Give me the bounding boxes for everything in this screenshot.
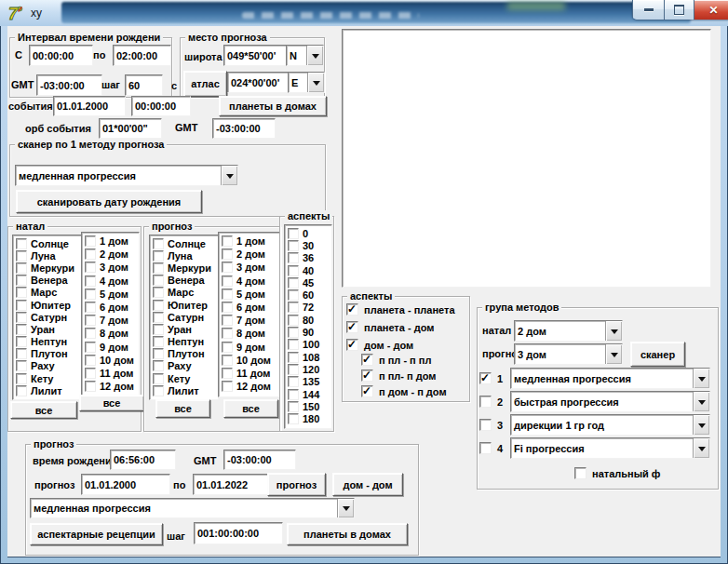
house-list-item[interactable]: 12 дом <box>222 380 280 393</box>
house-list-item[interactable]: 7 дом <box>85 314 139 327</box>
checkbox-icon[interactable] <box>222 235 233 247</box>
results-listbox[interactable] <box>342 29 711 288</box>
latitude-input[interactable]: 049*50'00' <box>223 45 290 66</box>
checkbox-icon[interactable] <box>85 302 96 313</box>
house-list-item[interactable]: 8 дом <box>222 327 280 340</box>
checkbox-icon[interactable] <box>346 303 358 316</box>
atlas-button[interactable]: атлас <box>183 71 227 97</box>
checkbox-icon[interactable] <box>16 348 27 359</box>
forecast-step-input[interactable]: 001:00:00:00 <box>194 522 283 544</box>
planet-list-item[interactable]: Луна <box>16 249 81 262</box>
checkbox-icon[interactable] <box>222 289 233 300</box>
aspect-list-item[interactable]: 72 <box>288 302 331 314</box>
checkbox-icon[interactable] <box>288 277 299 289</box>
checkbox-icon[interactable] <box>16 287 27 298</box>
house-list-item[interactable]: 10 дом <box>85 354 139 367</box>
planet-list-item[interactable]: Юпитер <box>16 299 81 311</box>
aspect-flag-row[interactable]: п пл- п дом <box>361 369 447 382</box>
chevron-down-icon[interactable] <box>337 499 354 517</box>
aspect-list-item[interactable]: 30 <box>288 239 331 251</box>
natal-f-row[interactable]: натальный ф <box>574 467 661 479</box>
aspect-list-item[interactable]: 60 <box>288 289 331 301</box>
house-list-item[interactable]: 7 дом <box>222 314 280 327</box>
checkbox-icon[interactable] <box>85 342 96 353</box>
planet-list-item[interactable]: Марс <box>153 287 218 299</box>
maximize-button[interactable] <box>665 0 694 20</box>
natal-planets-list[interactable]: СолнцеЛунаМеркуриВенераМарсЮпитерСатурнУ… <box>12 235 82 400</box>
checkbox-icon[interactable] <box>16 373 27 384</box>
planet-list-item[interactable]: Раху <box>16 360 81 372</box>
planet-list-item[interactable]: Солнце <box>153 237 218 249</box>
checkbox-icon[interactable] <box>361 369 373 382</box>
method-combo[interactable]: быстрая прогрессия <box>510 391 710 412</box>
planets-in-houses-button[interactable]: планеты в домах <box>219 96 327 116</box>
planet-list-item[interactable]: Юпитер <box>153 299 218 311</box>
checkbox-icon[interactable] <box>16 238 27 249</box>
house-list-item[interactable]: 12 дом <box>85 380 139 393</box>
checkbox-icon[interactable] <box>16 250 27 262</box>
checkbox-icon[interactable] <box>85 275 96 287</box>
chevron-down-icon[interactable] <box>307 73 324 92</box>
aspect-receptions-button[interactable]: аспектарные рецепции <box>30 523 163 545</box>
checkbox-icon[interactable] <box>153 385 164 396</box>
titlebar[interactable]: 7 xy ✕ <box>0 0 728 26</box>
checkbox-icon[interactable] <box>153 287 164 298</box>
range-from-input[interactable]: 01.01.2000 <box>81 474 170 495</box>
checkbox-icon[interactable] <box>479 396 492 408</box>
checkbox-icon[interactable] <box>288 339 299 350</box>
checkbox-icon[interactable] <box>288 389 299 400</box>
planet-list-item[interactable]: Луна <box>153 249 218 262</box>
chevron-down-icon[interactable] <box>306 46 323 65</box>
planet-list-item[interactable]: Плутон <box>16 348 81 360</box>
house-list-item[interactable]: 4 дом <box>222 275 280 288</box>
house-list-item[interactable]: 11 дом <box>85 367 139 380</box>
natal-houses-all-button[interactable]: все <box>79 395 144 411</box>
checkbox-icon[interactable] <box>16 324 27 335</box>
checkbox-icon[interactable] <box>361 354 373 366</box>
aspect-flag-row[interactable]: дом - дом <box>346 339 466 351</box>
checkbox-icon[interactable] <box>222 275 233 287</box>
checkbox-icon[interactable] <box>153 262 164 274</box>
checkbox-icon[interactable] <box>479 372 492 384</box>
checkbox-icon[interactable] <box>85 289 96 300</box>
checkbox-icon[interactable] <box>288 364 299 375</box>
planet-list-item[interactable]: Нептун <box>153 336 218 348</box>
prognoz-houses-all-button[interactable]: все <box>223 399 278 418</box>
planet-list-item[interactable]: Марс <box>16 287 81 299</box>
event-gmt-input[interactable]: -03:00:00 <box>212 118 276 139</box>
aspect-list-item[interactable]: 80 <box>288 314 331 326</box>
checkbox-icon[interactable] <box>85 328 96 339</box>
aspects-list[interactable]: 03036404560728090100108120135144150180 <box>284 224 332 429</box>
chevron-down-icon[interactable] <box>693 369 709 388</box>
house-list-item[interactable]: 4 дом <box>85 275 139 288</box>
aspect-flag-row[interactable]: планета - дом <box>346 321 466 333</box>
aspect-list-item[interactable]: 144 <box>288 388 331 400</box>
birth-from-input[interactable]: 00:00:00 <box>29 45 93 66</box>
aspect-list-item[interactable]: 45 <box>288 276 331 289</box>
house-list-item[interactable]: 1 дом <box>222 235 280 248</box>
checkbox-icon[interactable] <box>153 360 164 371</box>
aspect-flag-row[interactable]: планета - планета <box>346 303 466 316</box>
planet-list-item[interactable]: Венера <box>16 275 81 287</box>
longitude-dir-combo[interactable]: E <box>288 72 325 93</box>
checkbox-icon[interactable] <box>85 381 96 392</box>
checkbox-icon[interactable] <box>153 238 164 249</box>
natal-houses-list[interactable]: 1 дом2 дом3 дом4 дом5 дом6 дом7 дом8 дом… <box>81 232 140 397</box>
forecast-method-combo[interactable]: медленная прогрессия <box>30 498 355 518</box>
planet-list-item[interactable]: Кету <box>16 372 81 384</box>
checkbox-icon[interactable] <box>346 321 358 333</box>
checkbox-icon[interactable] <box>288 327 299 338</box>
planet-list-item[interactable]: Венера <box>153 275 218 287</box>
checkbox-icon[interactable] <box>153 324 164 335</box>
planet-list-item[interactable]: Меркури <box>16 262 81 274</box>
prognoz-planets-list[interactable]: СолнцеЛунаМеркуриВенераМарсЮпитерСатурнУ… <box>149 235 219 400</box>
aspect-flag-row[interactable]: п пл - п пл <box>361 354 447 366</box>
birth-to-input[interactable]: 02:00:00 <box>113 45 171 66</box>
checkbox-icon[interactable] <box>288 302 299 313</box>
checkbox-icon[interactable] <box>16 360 27 371</box>
checkbox-icon[interactable] <box>153 336 164 347</box>
checkbox-icon[interactable] <box>85 315 96 326</box>
checkbox-icon[interactable] <box>288 252 299 263</box>
aspect-list-item[interactable]: 180 <box>288 412 331 424</box>
chevron-down-icon[interactable] <box>221 166 237 185</box>
